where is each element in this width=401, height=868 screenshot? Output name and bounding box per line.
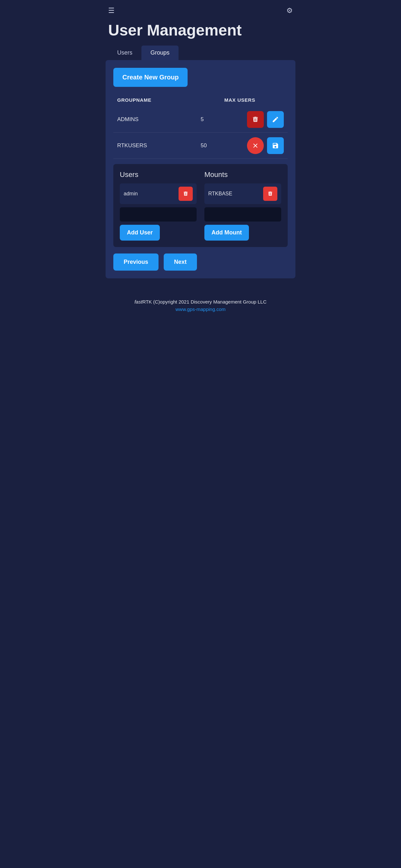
brand-rest: RTK	[143, 299, 152, 305]
settings-icon[interactable]: ⚙	[286, 6, 293, 15]
row-actions-rtkusers	[247, 137, 284, 154]
save-rtkusers-button[interactable]	[267, 137, 284, 154]
menu-icon[interactable]: ☰	[108, 6, 115, 15]
footer: fastRTK (C)opyright 2021 Discovery Manag…	[100, 291, 301, 320]
trash-icon	[183, 191, 189, 197]
col-max-users: MAX USERS	[224, 97, 284, 103]
mount-item-rtkbase: RTKBASE	[204, 183, 281, 204]
table-row: ADMINS 5	[113, 106, 288, 133]
page-title: User Management	[100, 18, 301, 45]
brand-italic: fast	[134, 299, 142, 305]
save-icon	[272, 142, 279, 149]
mount-item-name: RTKBASE	[208, 191, 260, 197]
trash-icon	[267, 191, 273, 197]
col-groupname: GROUPNAME	[117, 97, 224, 103]
add-user-button[interactable]: Add User	[120, 225, 160, 241]
row-groupname-rtkusers: RTKUSERS	[117, 143, 201, 149]
delete-mount-rtkbase-button[interactable]	[263, 187, 277, 201]
row-max-admins: 5	[201, 116, 247, 123]
mounts-col-title: Mounts	[204, 170, 281, 179]
next-button[interactable]: Next	[164, 253, 197, 271]
expanded-cols: Users admin Add User Mounts RTKBASE	[120, 170, 281, 241]
table-header: GROUPNAME MAX USERS	[113, 95, 288, 105]
footer-copy-text: (C)opyright 2021 Discovery Management Gr…	[152, 299, 266, 305]
cancel-rtkusers-button[interactable]	[247, 137, 264, 154]
tab-groups[interactable]: Groups	[142, 45, 179, 60]
expanded-mounts-col: Mounts RTKBASE Add Mount	[204, 170, 281, 241]
delete-admins-button[interactable]	[247, 111, 264, 128]
add-mount-button[interactable]: Add Mount	[204, 225, 249, 241]
row-groupname-admins: ADMINS	[117, 116, 201, 123]
footer-copyright: fastRTK (C)opyright 2021 Discovery Manag…	[108, 299, 293, 305]
table-row-rtkusers: RTKUSERS 50	[113, 133, 288, 159]
delete-user-admin-button[interactable]	[179, 187, 193, 201]
edit-admins-button[interactable]	[267, 111, 284, 128]
tab-users[interactable]: Users	[108, 45, 142, 60]
main-card: Create New Group GROUPNAME MAX USERS ADM…	[105, 60, 296, 278]
add-user-input[interactable]	[120, 207, 197, 221]
user-item-admin: admin	[120, 183, 197, 204]
pagination: Previous Next	[113, 253, 288, 271]
footer-link[interactable]: www.gps-mapping.com	[108, 306, 293, 312]
edit-icon	[272, 116, 279, 123]
user-item-name: admin	[124, 191, 175, 197]
row-max-rtkusers: 50	[201, 143, 247, 149]
top-bar: ☰ ⚙	[100, 0, 301, 18]
tabs: Users Groups	[100, 45, 301, 60]
row-actions-admins	[247, 111, 284, 128]
add-mount-input[interactable]	[204, 207, 281, 221]
create-new-group-button[interactable]: Create New Group	[113, 68, 188, 87]
close-icon	[252, 142, 259, 149]
expanded-users-col: Users admin Add User	[120, 170, 197, 241]
previous-button[interactable]: Previous	[113, 253, 158, 271]
expanded-section: Users admin Add User Mounts RTKBASE	[113, 164, 288, 247]
users-col-title: Users	[120, 170, 197, 179]
trash-icon	[252, 116, 259, 123]
